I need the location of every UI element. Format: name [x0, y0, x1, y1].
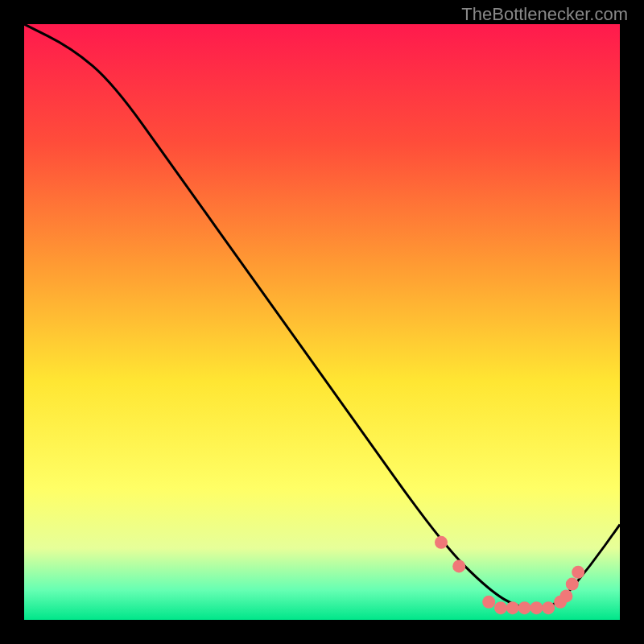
data-marker [518, 601, 531, 614]
data-marker [494, 601, 507, 614]
data-marker [435, 536, 448, 549]
watermark-text: TheBottlenecker.com [461, 4, 628, 25]
gradient-background [24, 24, 620, 620]
data-marker [559, 589, 572, 602]
data-marker [572, 566, 584, 579]
plot-area [24, 24, 620, 620]
data-marker [542, 601, 555, 614]
data-marker [530, 601, 543, 614]
chart-container: TheBottlenecker.com [0, 0, 644, 644]
data-marker [452, 559, 465, 572]
data-marker [566, 578, 579, 591]
data-marker [506, 601, 519, 614]
data-marker [482, 596, 495, 609]
chart-svg [24, 24, 620, 620]
